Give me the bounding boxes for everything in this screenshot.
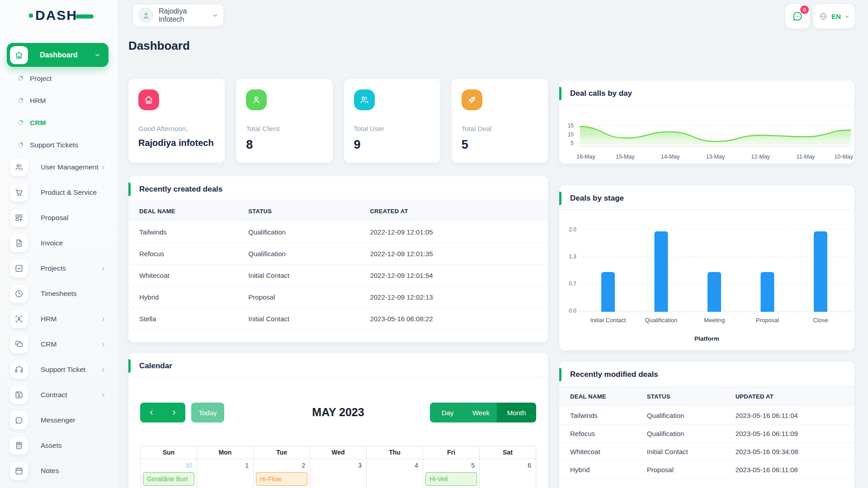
sidebar-item-hrm[interactable]: HRM [0,306,118,332]
col-created-at: CREATED AT [359,201,548,221]
calendar-event[interactable]: Hi-Flow [256,472,307,486]
sidebar-item-notes[interactable]: Notes [0,458,118,483]
svg-text:1.3: 1.3 [569,253,576,260]
language-selector[interactable]: EN [813,4,855,28]
calendar-view-day[interactable]: Day [430,403,465,422]
svg-text:15: 15 [568,122,574,129]
weekday-header: Sat [480,446,536,459]
calendar-day-cell[interactable]: 2 Hi-Flow [254,459,310,488]
bullet-icon [17,97,24,104]
calendar-day-cell[interactable]: 3 [310,459,367,488]
sidebar-item-hrm-sub[interactable]: HRM [0,89,118,112]
sidebar-item-support-tickets[interactable]: Support Tickets [0,134,118,156]
bullet-icon [17,141,24,148]
calendar-day-cell[interactable]: 5 Hi-Veil [423,459,480,488]
modified-deals-table: DEAL NAME STATUS UPDATED AT TailwindsQua… [559,386,854,479]
copy-cards-icon [10,335,28,353]
sidebar-item-contract[interactable]: Contract [0,382,118,408]
table-row[interactable]: HybridProposal2023-05-16 06:11:08 [559,461,854,479]
svg-text:2.0: 2.0 [569,226,576,233]
svg-text:15-May: 15-May [616,154,635,160]
col-status: STATUS [636,386,725,407]
calendar-day-cell[interactable]: 4 [367,459,423,488]
message-count-badge: 0 [800,5,809,14]
table-row[interactable]: HybridProposal2022-12-09 12:02:13 [128,286,548,308]
recently-created-deals-card: Recently created deals DEAL NAME STATUS … [128,176,548,342]
deals-by-stage-chart: 0.00.71.32.0Initial ContactQualification… [559,213,854,326]
user-scan-icon [10,310,28,328]
stat-value: Rajodiya infotech [138,138,215,148]
home-icon [10,46,28,64]
stat-value: 9 [354,138,430,152]
sidebar-item-dashboard[interactable]: Dashboard [7,43,108,67]
deals-by-stage-card: Deals by stage 0.00.71.32.0Initial Conta… [559,185,854,350]
card-title: Recently created deals [128,176,548,201]
table-row[interactable]: RefocusQualification2022-12-09 12:01:35 [128,243,548,265]
calendar-day-cell[interactable]: 30 Geraldine Burt [141,459,197,488]
sidebar-item-crm-sub[interactable]: CRM [0,112,118,134]
table-row[interactable]: TailwindsQualification2022-12-09 12:01:0… [128,221,548,243]
calendar-view-week[interactable]: Week [465,403,497,422]
deal-calls-chart: 1510516-May15-May14-May13-May12-May11-Ma… [559,111,854,163]
table-row[interactable]: WhitecoatInitial Contact2022-12-09 12:01… [128,265,548,286]
page-title: Dashboard [128,39,190,53]
sidebar-item-messenger[interactable]: Messenger [0,408,118,433]
sidebar-item-timesheets[interactable]: Timesheets [0,281,118,306]
card-title: Calendar [128,353,548,378]
headset-icon [10,361,28,379]
sidebar-item-user-management[interactable]: User Management [0,155,118,180]
calendar-view-month[interactable]: Month [497,403,536,422]
weekday-header: Sun [141,446,197,459]
messages-button[interactable]: 0 [785,4,810,28]
sidebar-item-proposal[interactable]: Proposal [0,205,118,230]
chevron-right-icon [101,317,106,322]
card-title: Deal calls by day [559,80,854,105]
workspace-name: Rajodiya infotech [159,7,212,23]
calendar-event[interactable]: Hi-Veil [425,472,477,486]
calendar-day-cell[interactable]: 1 [197,459,254,488]
logo-dot-icon [29,14,33,18]
deal-calls-by-day-card: Deal calls by day 1510516-May15-May14-Ma… [559,80,854,164]
date-number: 30 [141,459,197,469]
users-icon [10,158,28,176]
sidebar-item-assets[interactable]: Assets [0,433,118,458]
sidebar-item-support-ticket[interactable]: Support Ticket [0,357,118,382]
date-number: 1 [197,459,253,469]
sidebar-item-project[interactable]: Project [0,67,118,89]
chevron-right-icon [101,165,106,170]
sidebar-menu: User Management Product & Service Propos… [0,155,118,483]
workspace-selector[interactable]: Rajodiya infotech [133,5,223,26]
col-status: STATUS [237,201,359,221]
svg-text:Meeting: Meeting [704,317,725,324]
stat-label: Total Deal [462,125,538,132]
calendar-day-cell[interactable]: 6 [480,459,536,488]
clock-icon [10,285,28,303]
table-row[interactable]: TailwindsQualification2023-05-16 06:11:0… [559,407,854,425]
sidebar-item-projects[interactable]: Projects [0,256,118,281]
col-updated-at: UPDATED AT [725,386,854,407]
stat-card-total-user: Total User 9 [344,79,440,163]
sidebar-item-product-service[interactable]: Product & Service [0,180,118,205]
sidebar-item-label: Dashboard [40,51,78,59]
table-row[interactable]: WhitecoatInitial Contact2023-05-16 09:34… [559,443,854,461]
col-deal-name: DEAL NAME [559,386,636,407]
col-deal-name: DEAL NAME [128,201,237,221]
stat-cards: Good Afternoon, Rajodiya infotech Total … [128,79,548,163]
date-number: 5 [423,459,479,469]
svg-text:10: 10 [568,131,574,138]
table-row[interactable]: StellaInitial Contact2023-05-16 06:08:22 [128,308,548,330]
chevron-right-icon [101,367,106,372]
users-icon [354,89,375,110]
user-icon [246,89,267,110]
svg-text:Initial Contact: Initial Contact [590,317,626,324]
svg-text:13-May: 13-May [706,154,725,160]
table-row[interactable]: RefocusQualification2023-05-16 06:11:09 [559,425,854,443]
save-icon [10,386,28,404]
logo-text: DASH [35,8,77,23]
sidebar-item-invoice[interactable]: Invoice [0,230,118,256]
calendar-event[interactable]: Geraldine Burt [143,472,194,486]
svg-text:Close: Close [813,317,828,324]
app-logo[interactable]: DASH [29,7,94,23]
logo-dash-icon [75,14,94,19]
sidebar-item-crm[interactable]: CRM [0,332,118,357]
